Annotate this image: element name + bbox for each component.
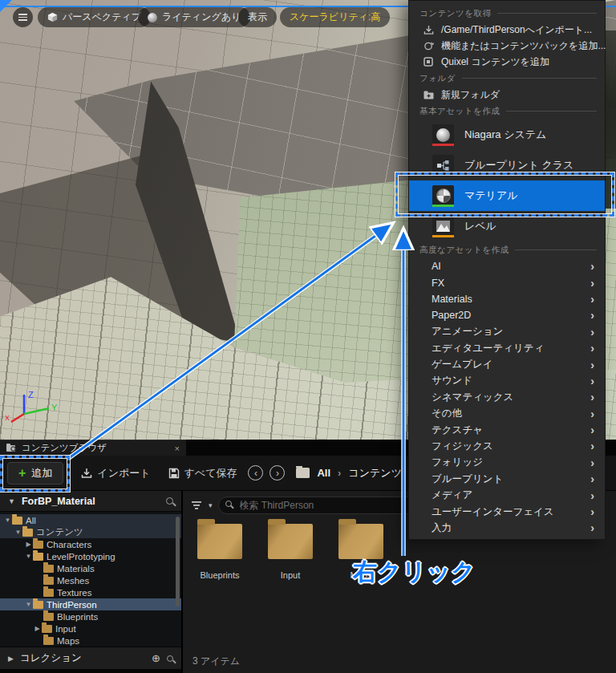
submenu-item[interactable]: FX ›	[409, 274, 605, 290]
submenu-item[interactable]: ゲームプレイ ›	[409, 356, 605, 372]
menu-item-label: ブループリント クラス	[464, 158, 573, 172]
tree-item-textures[interactable]: Textures	[0, 586, 181, 598]
submenu-item[interactable]: AI ›	[409, 258, 605, 274]
tree-arrow-icon[interactable]: ▼	[24, 553, 33, 560]
submenu-item[interactable]: Paper2D ›	[409, 307, 605, 323]
submenu-item[interactable]: その他 ›	[409, 406, 605, 422]
import-label: インポート	[97, 466, 150, 480]
scalability-button[interactable]: スケーラビリティ:高	[280, 7, 390, 27]
viewport-menu-button[interactable]	[13, 7, 33, 27]
submenu-item[interactable]: シネマティックス ›	[409, 389, 605, 405]
open-folder-icon	[12, 517, 22, 525]
submenu-item[interactable]: ブループリント ›	[409, 471, 605, 487]
lit-sphere-icon	[148, 13, 157, 22]
submenu-item-label: その他	[432, 407, 462, 420]
folder-icon	[296, 468, 310, 478]
chevron-right-icon: ›	[590, 294, 594, 305]
open-folder-icon	[22, 529, 33, 537]
section-get-content: コンテンツを取得	[409, 5, 605, 22]
sources-header[interactable]: ▼ ForBP_Material	[0, 491, 181, 512]
folder-icon	[43, 637, 54, 645]
lit-mode-button[interactable]: ライティングあり	[138, 7, 250, 27]
submenu-item-label: シネマティックス	[432, 391, 513, 404]
breadcrumb-item-content[interactable]: コンテンツ	[348, 466, 402, 480]
submenu-item[interactable]: エディタユーティリティ ›	[409, 340, 605, 356]
collections-label: コレクション	[20, 651, 145, 665]
perspective-button[interactable]: パースペクティブ	[38, 7, 151, 27]
add-collection-icon[interactable]: ⊕	[152, 652, 160, 664]
tree-arrow-icon[interactable]: ▶	[33, 625, 42, 632]
chevron-down-icon: ▼	[8, 497, 15, 505]
show-button[interactable]: 表示	[238, 7, 277, 27]
chevron-right-icon: ›	[590, 457, 594, 468]
import-button[interactable]: インポート	[81, 466, 150, 480]
tree-item-label: Textures	[57, 588, 91, 598]
tree-arrow-icon[interactable]: ▼	[24, 601, 33, 608]
hamburger-icon	[18, 14, 27, 15]
folder-icon	[197, 524, 242, 559]
submenu-item-label: 入力	[432, 521, 452, 535]
asset-folder[interactable]: Input	[265, 524, 316, 580]
tree-item-maps[interactable]: Maps	[0, 634, 181, 647]
new-folder-icon	[423, 89, 434, 100]
menu-item-new-folder[interactable]: 新規フォルダ	[409, 87, 605, 103]
submenu-item[interactable]: 入力 ›	[409, 520, 605, 536]
forward-arrow-icon: ›	[276, 468, 279, 478]
tree-item-thirdperson[interactable]: ▼ ThirdPerson	[0, 598, 181, 610]
tree-item-blueprints[interactable]: Blueprints	[0, 610, 181, 622]
forward-button[interactable]: ›	[270, 465, 285, 480]
scalability-label: スケーラビリティ:高	[290, 10, 380, 24]
tree-item-content[interactable]: ▼ コンテンツ	[0, 526, 181, 538]
section-folder: フォルダ	[409, 70, 605, 87]
submenu-item[interactable]: ユーザーインターフェイス ›	[409, 504, 605, 520]
save-all-button[interactable]: すべて保存	[168, 466, 237, 480]
quixel-icon	[423, 56, 434, 67]
submenu-item[interactable]: フィジックス ›	[409, 438, 605, 454]
submenu-item[interactable]: テクスチャ ›	[409, 422, 605, 438]
tree-scrollbar[interactable]	[176, 517, 180, 606]
asset-folder[interactable]: Blueprints	[194, 524, 245, 580]
tree-item-input[interactable]: ▶ Input	[0, 622, 181, 634]
chevron-right-icon: ›	[590, 424, 594, 436]
collections-bar[interactable]: ▶ コレクション ⊕	[0, 647, 181, 669]
search-icon[interactable]	[167, 655, 173, 662]
chevron-right-icon: ›	[590, 440, 594, 452]
submenu-item-label: アニメーション	[432, 325, 503, 339]
submenu-item[interactable]: フォリッジ ›	[409, 455, 605, 471]
menu-item-import[interactable]: /Game/ThirdPersonへインポート...	[409, 22, 605, 38]
tree-item-label: Input	[55, 624, 76, 634]
back-button[interactable]: ‹	[248, 465, 263, 480]
submenu-item-label: Paper2D	[432, 310, 471, 321]
tree-item-label: ThirdPerson	[47, 600, 97, 610]
tree-item-all[interactable]: ▼ All	[0, 514, 181, 526]
submenu-item[interactable]: メディア ›	[409, 487, 605, 503]
asset-search	[218, 497, 433, 514]
tree-arrow-icon[interactable]: ▼	[3, 517, 12, 524]
asset-search-input[interactable]	[218, 497, 433, 514]
tree-item-label: Maps	[57, 636, 79, 646]
menu-item-feature-pack[interactable]: 機能またはコンテンツパックを追加...	[409, 38, 605, 54]
tree-item-meshes[interactable]: Meshes	[0, 574, 181, 586]
submenu-item[interactable]: アニメーション ›	[409, 324, 605, 340]
tab-close-icon[interactable]: ×	[175, 444, 180, 453]
search-icon[interactable]	[166, 497, 173, 505]
submenu-item[interactable]: Materials ›	[409, 291, 605, 307]
level-icon	[432, 216, 454, 237]
tree-item-levelprototyping[interactable]: ▼ LevelPrototyping	[0, 550, 181, 562]
submenu-item[interactable]: サウンド ›	[409, 373, 605, 389]
menu-item-niagara-system[interactable]: Niagara システム	[409, 120, 605, 150]
right-click-annotation: 右クリック	[353, 556, 476, 589]
breadcrumb-item-all[interactable]: All	[317, 467, 330, 479]
tree-arrow-icon[interactable]: ▶	[24, 541, 33, 548]
tab-content-browser[interactable]: コンテンツブラウザ ×	[0, 440, 186, 456]
tree-arrow-icon[interactable]: ▼	[14, 529, 22, 536]
menu-item-quixel[interactable]: Quixel コンテンツを追加	[409, 54, 605, 70]
folder-tree: ▼ All ▼ コンテンツ ▶ Characters	[0, 512, 181, 647]
filter-icon[interactable]	[191, 501, 203, 511]
tree-item-characters[interactable]: ▶ Characters	[0, 538, 181, 550]
chevron-down-icon[interactable]: ▾	[209, 501, 213, 509]
submenu-item-label: サウンド	[432, 374, 472, 387]
tree-item-materials[interactable]: Materials	[0, 562, 181, 574]
submenu-item-label: フィジックス	[432, 440, 493, 453]
add-asset-context-menu: コンテンツを取得 /Game/ThirdPersonへインポート... 機能また…	[408, 0, 606, 540]
